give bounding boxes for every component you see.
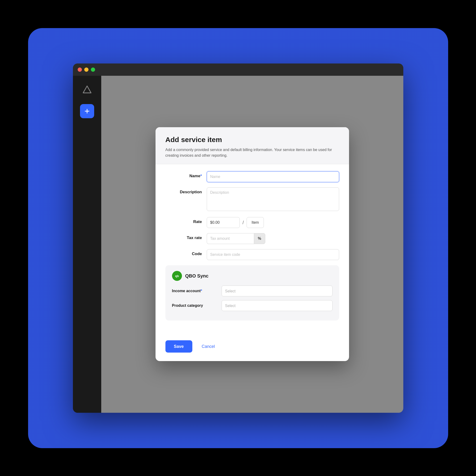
minimize-button[interactable] xyxy=(84,68,88,72)
rate-label: Rate xyxy=(165,217,207,224)
tax-rate-row: Tax rate % xyxy=(165,233,339,244)
add-button[interactable] xyxy=(80,104,94,118)
save-button[interactable]: Save xyxy=(165,340,192,353)
income-account-label: Income account* xyxy=(172,289,221,293)
code-label: Code xyxy=(165,249,207,256)
content-area: Add service item Add a commonly provided… xyxy=(101,76,403,413)
rate-unit-button[interactable]: Item xyxy=(247,217,264,228)
modal-header: Add service item Add a commonly provided… xyxy=(155,127,349,164)
quickbooks-icon: qb xyxy=(174,273,180,279)
description-row: Description xyxy=(165,187,339,212)
svg-marker-0 xyxy=(83,86,91,93)
product-category-row: Product category Select xyxy=(172,300,333,311)
add-service-item-modal: Add service item Add a commonly provided… xyxy=(155,127,349,361)
tax-controls: % xyxy=(207,233,339,244)
tax-field-wrap: % xyxy=(207,233,339,244)
qbo-header: qb QBO Sync xyxy=(172,271,333,281)
modal-overlay: Add service item Add a commonly provided… xyxy=(101,76,403,413)
name-label: Name* xyxy=(165,171,207,178)
rate-divider: / xyxy=(243,220,244,225)
name-field-wrap xyxy=(207,171,339,182)
code-row: Code xyxy=(165,249,339,260)
rate-controls: / Item xyxy=(207,217,339,228)
qbo-title: QBO Sync xyxy=(185,273,209,279)
description-label: Description xyxy=(165,187,207,194)
modal-footer: Save Cancel xyxy=(155,336,349,361)
titlebar xyxy=(73,64,403,76)
tax-percent-button[interactable]: % xyxy=(254,233,265,244)
code-input[interactable] xyxy=(207,249,339,260)
qbo-sync-section: qb QBO Sync Income account* xyxy=(165,265,339,321)
svg-text:qb: qb xyxy=(175,274,179,278)
modal-body: Name* Description xyxy=(155,164,349,336)
product-category-select[interactable]: Select xyxy=(221,300,333,311)
outer-window: Add service item Add a commonly provided… xyxy=(28,28,448,448)
close-button[interactable] xyxy=(78,68,82,72)
rate-input[interactable] xyxy=(207,217,240,228)
prism-icon xyxy=(82,85,92,95)
income-account-select[interactable]: Select xyxy=(221,286,333,296)
name-row: Name* xyxy=(165,171,339,182)
mac-window: Add service item Add a commonly provided… xyxy=(73,64,403,413)
code-field-wrap xyxy=(207,249,339,260)
plus-icon xyxy=(84,108,90,115)
sidebar xyxy=(73,76,101,413)
name-input[interactable] xyxy=(207,171,339,182)
app-logo xyxy=(80,83,94,97)
rate-row: Rate / Item xyxy=(165,217,339,228)
maximize-button[interactable] xyxy=(91,68,95,72)
description-input[interactable] xyxy=(207,187,339,211)
modal-title: Add service item xyxy=(165,136,339,144)
description-field-wrap xyxy=(207,187,339,212)
product-category-label: Product category xyxy=(172,304,221,308)
cancel-button[interactable]: Cancel xyxy=(197,340,220,353)
rate-field-wrap: / Item xyxy=(207,217,339,228)
qbo-icon: qb xyxy=(172,271,182,281)
income-account-row: Income account* Select xyxy=(172,286,333,296)
tax-amount-input[interactable] xyxy=(207,233,254,244)
tax-rate-label: Tax rate xyxy=(165,233,207,240)
modal-description: Add a commonly provided service and defa… xyxy=(165,147,339,158)
